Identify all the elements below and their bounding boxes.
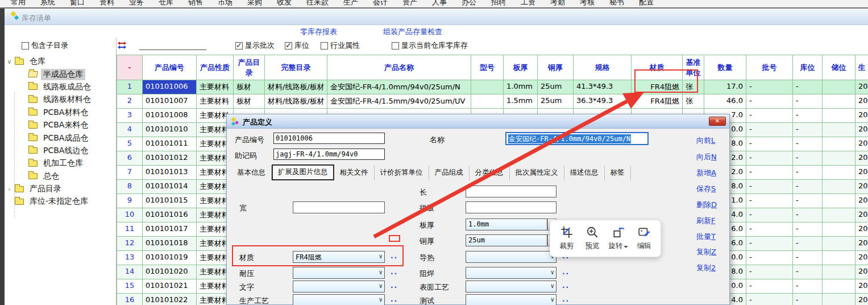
table-cell-num[interactable]: 5 — [117, 137, 143, 151]
chevron-down-icon[interactable]: ∨ — [379, 269, 383, 276]
table-cell-num[interactable]: 6 — [117, 151, 143, 166]
table-cell-location[interactable]: - — [793, 294, 823, 305]
table-cell-code[interactable]: 010101008 — [143, 109, 197, 123]
table-cell-num[interactable]: 10 — [117, 208, 143, 222]
table-cell-date[interactable]: 202 — [855, 194, 868, 208]
show-batch-checkbox[interactable]: 显示批次 — [235, 40, 275, 51]
table-cell-full_path[interactable]: 材料/线路板/板材 — [265, 80, 327, 94]
tab-扩展及图片信息[interactable]: 扩展及图片信息 — [272, 164, 334, 180]
column-header-产品编号[interactable]: 产品编号 — [143, 55, 197, 80]
dropdown-阻焊[interactable]: ∨ — [466, 267, 556, 279]
table-cell-batch[interactable]: - — [746, 94, 793, 109]
table-cell-location[interactable]: - — [793, 151, 823, 166]
browse-button-生产工艺[interactable]: .. — [391, 295, 398, 303]
table-cell-storage[interactable] — [823, 80, 855, 94]
table-cell-model[interactable] — [471, 94, 504, 109]
browse-button-测试[interactable]: .. — [562, 295, 570, 303]
table-cell-thickness[interactable]: 1.0mm — [504, 80, 538, 94]
table-cell-num[interactable]: 1 — [117, 80, 143, 94]
dropdown-耐压[interactable]: ∨ — [293, 267, 385, 279]
column-header-生[interactable]: 生 — [855, 55, 868, 80]
column-header-产品名称[interactable]: 产品名称 — [327, 55, 471, 80]
table-cell-num[interactable]: 13 — [117, 251, 143, 265]
table-cell-location[interactable]: - — [793, 208, 823, 222]
table-cell-date[interactable]: 202 — [855, 265, 868, 279]
table-cell-batch[interactable]: - — [746, 194, 793, 208]
tab-描述信息[interactable]: 描述信息 — [564, 166, 605, 180]
table-cell-location[interactable]: - — [793, 137, 823, 151]
menu-item-生产[interactable]: 生产 — [336, 0, 366, 7]
table-cell-copper[interactable]: 25um — [538, 94, 574, 109]
table-cell-code[interactable]: 010101019 — [143, 251, 197, 265]
menu-item-销售[interactable]: 销售 — [181, 0, 210, 7]
dropdown-文字[interactable]: ∨ — [293, 281, 385, 292]
menu-item-业务[interactable]: 业务 — [122, 0, 151, 7]
table-cell-code[interactable]: 010101016 — [143, 208, 197, 222]
table-cell-code[interactable]: 010101015 — [143, 194, 197, 208]
menu-item-会计[interactable]: 会计 — [366, 0, 395, 7]
menu-item-往来款[interactable]: 往来款 — [299, 0, 336, 7]
chevron-down-icon[interactable]: ∨ — [550, 269, 554, 276]
tab-计价折算单位[interactable]: 计价折算单位 — [375, 166, 429, 180]
table-cell-storage[interactable] — [823, 265, 855, 279]
column-header-产品目录[interactable]: 产品目录 — [234, 55, 265, 80]
table-cell-code[interactable]: 010101014 — [143, 180, 197, 194]
checkbox-icon[interactable] — [22, 42, 29, 50]
table-cell-location[interactable]: - — [793, 123, 823, 137]
table-cell-name[interactable]: 金安国纪-FR-4/1.0mm/94v0/25um/N — [327, 80, 471, 94]
show-zero-stock-checkbox[interactable]: 显示当前仓库零库存 — [392, 40, 468, 51]
chevron-down-icon[interactable]: ∨ — [550, 282, 554, 290]
table-cell-storage[interactable] — [823, 94, 855, 109]
table-cell-storage[interactable] — [823, 222, 855, 237]
table-cell-category[interactable]: 板材 — [234, 94, 265, 109]
side-button-向前L[interactable]: 向前L — [696, 135, 728, 146]
dropdown-测试[interactable]: ∨ — [466, 294, 556, 305]
toolbar-item-编辑[interactable]: 编辑 — [632, 226, 657, 251]
side-button-批量T[interactable]: 批量T — [696, 232, 728, 242]
table-cell-spec[interactable]: 36.3*49.3 — [574, 94, 632, 109]
table-cell-code[interactable]: 010101017 — [143, 222, 197, 237]
table-cell-location[interactable]: - — [793, 80, 823, 94]
table-cell-num[interactable]: 8 — [117, 180, 143, 194]
table-cell-location[interactable]: - — [793, 265, 823, 279]
table-cell-nature[interactable]: 主要材料 — [197, 94, 234, 109]
table-cell-qty[interactable]: 46.0 — [704, 94, 746, 109]
table-cell-code[interactable]: 010101011 — [143, 137, 197, 151]
tab-产品组成[interactable]: 产品组成 — [429, 166, 470, 180]
tab-批次属性定义[interactable]: 批次属性定义 — [510, 166, 564, 180]
expander-icon[interactable]: ∨ — [6, 58, 13, 65]
input-拼版[interactable] — [466, 201, 556, 213]
browse-button-表面工艺[interactable]: .. — [562, 282, 570, 290]
column-header-板厚[interactable]: 板厚 — [504, 55, 538, 80]
table-cell-qty[interactable]: 17.0 — [704, 80, 746, 94]
table-cell-storage[interactable] — [823, 294, 855, 305]
column-header-批号[interactable]: 批号 — [746, 55, 793, 80]
table-cell-date[interactable]: 202 — [855, 137, 868, 151]
table-cell-batch[interactable]: - — [746, 265, 793, 279]
table-cell-date[interactable]: 202 — [855, 123, 868, 137]
tree-item-线路板成品仓[interactable]: 线路板成品仓 — [5, 81, 117, 93]
table-cell-storage[interactable] — [823, 137, 855, 151]
toolbar-item-预览[interactable]: 预览 — [580, 226, 605, 251]
table-cell-nature[interactable]: 主要材料 — [197, 80, 234, 94]
browse-button-耐压[interactable]: .. — [391, 268, 398, 276]
close-icon[interactable]: ✕ — [709, 117, 726, 126]
table-cell-code[interactable]: 010101013 — [143, 166, 197, 180]
table-cell-date[interactable]: 202 — [855, 151, 868, 166]
table-cell-full_path[interactable]: 材料/线路板/板材 — [265, 94, 327, 109]
table-cell-storage[interactable] — [823, 208, 855, 222]
table-cell-num[interactable]: 16 — [117, 294, 143, 305]
side-button-刷新F[interactable]: 刷新F — [696, 216, 728, 226]
table-cell-num[interactable]: 4 — [117, 123, 143, 137]
table-cell-storage[interactable] — [823, 109, 855, 123]
side-button-向后N[interactable]: 向后N — [696, 152, 728, 162]
table-cell-num[interactable]: 15 — [117, 279, 143, 294]
table-cell-storage[interactable] — [823, 237, 855, 251]
table-cell-date[interactable]: 202 — [855, 94, 868, 109]
table-cell-location[interactable]: - — [793, 194, 823, 208]
column-header-数量[interactable]: 数量 — [704, 55, 746, 80]
left-dock-strip[interactable] — [0, 9, 5, 305]
table-cell-date[interactable]: 202 — [855, 294, 868, 305]
table-cell-code[interactable]: 010101007 — [143, 94, 197, 109]
assembly-stock-check-link[interactable]: 组装产品存量检查 — [383, 27, 442, 37]
